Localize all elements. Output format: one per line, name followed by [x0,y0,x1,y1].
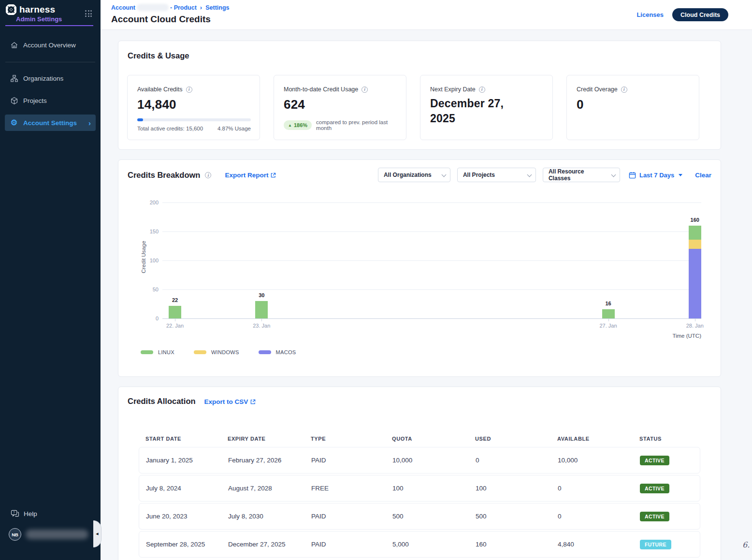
sidebar-item-projects[interactable]: Projects [5,92,96,109]
header-actions: Licenses Cloud Credits [636,8,728,21]
stat-value: 14,840 [137,97,250,112]
avatar[interactable]: NB [9,528,21,541]
info-icon[interactable]: i [186,86,192,93]
main-area: Account - Product › Settings Account Clo… [101,0,752,560]
sidebar-collapse-handle[interactable]: ◀ [93,520,101,547]
y-tick-label: 50 [140,287,159,292]
bar-segment-linux[interactable] [169,306,181,318]
projects-filter[interactable]: All Projects [457,168,536,182]
info-icon[interactable]: i [479,86,485,93]
gridline [162,231,701,232]
breadcrumb-product[interactable]: - Product [170,4,197,11]
cell-type: PAID [311,457,392,464]
cell-expiry-date: August 7, 2028 [228,485,311,492]
sidebar: harness Admin Settings Account Overview … [0,0,101,560]
legend-label: WINDOWS [211,349,239,355]
sidebar-item-label: Projects [23,97,47,104]
help-button[interactable]: ? Help [11,510,101,517]
gridline [162,202,701,203]
section-title: Credits Allocation [128,397,196,406]
stat-label: Available Credits [137,86,183,93]
bar-segment-linux[interactable] [689,226,701,240]
y-tick-label: 100 [140,258,159,263]
stat-label: Month-to-date Credit Usage [284,86,358,93]
export-csv-link[interactable]: Export to CSV [204,398,256,405]
bar-segment-windows[interactable] [689,240,701,249]
legend-item-macos[interactable]: MACOS [259,349,296,355]
cell-available: 4,840 [558,541,640,548]
table-header-row: START DATEEXPIRY DATETYPEQUOTAUSEDAVAILA… [139,431,700,447]
breadcrumb[interactable]: Account - Product › Settings [111,4,230,11]
breadcrumb-settings[interactable]: Settings [205,4,229,11]
cell-used: 160 [476,541,558,548]
legend-label: MACOS [276,349,296,355]
usage-percent: 4.87% Usage [217,126,251,131]
resource-classes-filter[interactable]: All Resource Classes [543,168,620,182]
stat-cards: Available Credits i 14,840 Total active … [127,75,699,140]
cell-available: 0 [558,485,640,492]
clear-filters-link[interactable]: Clear [695,172,711,179]
table-row[interactable]: July 8, 2024August 7, 2028FREE1001000ACT… [139,475,700,502]
username-redacted [26,530,88,539]
x-tick-mark [608,319,609,321]
info-icon[interactable]: i [621,86,627,93]
legend-swatch-macos [259,350,271,354]
breadcrumb-account[interactable]: Account [111,4,135,11]
organizations-filter[interactable]: All Organizations [378,168,450,182]
trend-up-icon: ▲ [288,123,292,128]
column-header[interactable]: STATUS [639,436,700,442]
table-row[interactable]: September 28, 2025December 27, 2025PAID5… [139,531,700,558]
stat-value: December 27, 2025 [430,96,529,126]
stat-label: Credit Overage [577,86,618,93]
sidebar-divider [5,62,95,62]
column-header[interactable]: AVAILABLE [557,436,639,442]
column-header[interactable]: USED [475,436,557,442]
bar-segment-linux[interactable] [255,301,268,318]
cell-start-date: September 28, 2025 [146,541,228,548]
cell-quota: 5,000 [392,541,476,548]
sidebar-nav: Account Overview Organizations Projects … [0,34,101,132]
table-row[interactable]: January 1, 2025February 27, 2026PAID10,0… [139,447,700,474]
chevron-right-icon: › [88,119,91,127]
sidebar-item-account-settings[interactable]: ⚙ Account Settings › [5,115,96,131]
bar-segment-linux[interactable] [602,309,615,318]
bar-total-label: 16 [596,301,621,306]
export-report-link[interactable]: Export Report [225,172,276,179]
status-badge: ACTIVE [640,512,669,521]
date-range-picker[interactable]: Last 7 Days [629,172,682,179]
legend-label: LINUX [158,349,174,355]
trend-note: compared to prev. period last month [316,119,396,131]
home-icon [10,41,18,49]
apps-grid-icon[interactable] [85,10,92,17]
column-header[interactable]: START DATE [145,436,228,442]
column-header[interactable]: TYPE [311,436,392,442]
cell-start-date: June 20, 2023 [146,513,228,520]
gear-icon: ⚙ [10,118,18,127]
column-header[interactable]: QUOTA [392,436,475,442]
info-icon[interactable]: i [362,86,368,93]
brand-row: harness [6,4,95,15]
cell-start-date: January 1, 2025 [146,457,228,464]
sidebar-item-account-overview[interactable]: Account Overview [5,37,96,53]
external-link-icon [271,172,276,178]
licenses-link[interactable]: Licenses [636,11,664,18]
legend-item-linux[interactable]: LINUX [141,349,174,355]
legend-item-windows[interactable]: WINDOWS [194,349,239,355]
help-chat-icon: ? [11,510,19,517]
table-row[interactable]: June 20, 2023July 8, 2030PAID5005000ACTI… [139,503,700,530]
breadcrumb-redacted [137,4,169,11]
bar-segment-macos[interactable] [689,249,701,318]
sidebar-item-organizations[interactable]: Organizations [5,70,96,86]
info-icon[interactable]: i [205,172,211,178]
chart-legend: LINUXWINDOWSMACOS [141,349,296,355]
column-header[interactable]: EXPIRY DATE [228,436,311,442]
cloud-credits-button[interactable]: Cloud Credits [672,8,728,21]
breakdown-header: Credits Breakdown i Export Report [128,171,276,180]
y-tick-label: 200 [140,200,159,205]
cell-start-date: July 8, 2024 [146,485,228,492]
external-link-icon [250,399,256,404]
credits-breakdown-section: Credits Breakdown i Export Report All Or… [118,159,721,377]
cell-expiry-date: February 27, 2026 [228,457,311,464]
x-tick-label: 23. Jan [242,323,281,329]
user-row[interactable]: NB [9,528,101,541]
